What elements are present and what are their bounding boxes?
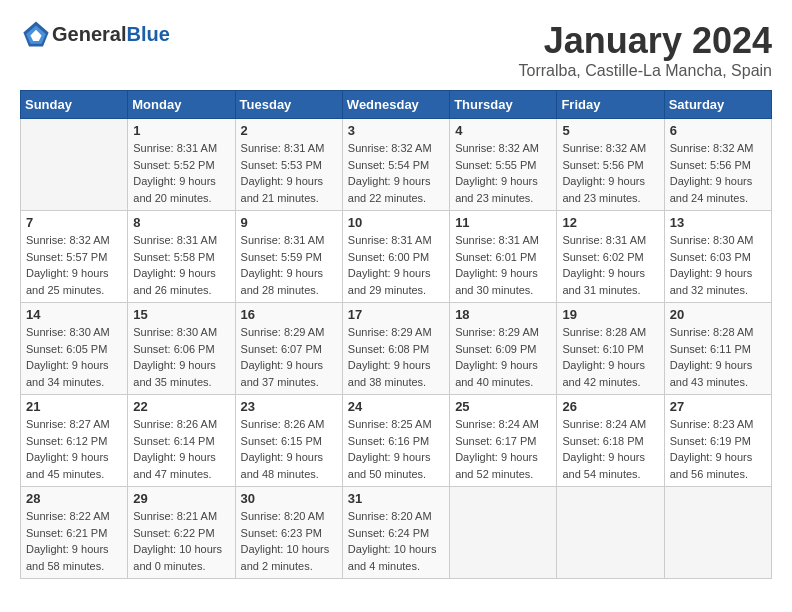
- day-number: 1: [133, 123, 229, 138]
- day-info: Sunrise: 8:31 AM Sunset: 6:01 PM Dayligh…: [455, 232, 551, 298]
- day-info: Sunrise: 8:31 AM Sunset: 5:59 PM Dayligh…: [241, 232, 337, 298]
- weekday-header-cell: Monday: [128, 91, 235, 119]
- calendar-cell: 21Sunrise: 8:27 AM Sunset: 6:12 PM Dayli…: [21, 395, 128, 487]
- calendar-cell: 23Sunrise: 8:26 AM Sunset: 6:15 PM Dayli…: [235, 395, 342, 487]
- day-info: Sunrise: 8:25 AM Sunset: 6:16 PM Dayligh…: [348, 416, 444, 482]
- calendar-cell: [21, 119, 128, 211]
- day-number: 31: [348, 491, 444, 506]
- calendar-cell: 7Sunrise: 8:32 AM Sunset: 5:57 PM Daylig…: [21, 211, 128, 303]
- day-number: 10: [348, 215, 444, 230]
- calendar-cell: [557, 487, 664, 579]
- weekday-header-cell: Sunday: [21, 91, 128, 119]
- logo-text-general: General: [52, 23, 126, 45]
- day-number: 29: [133, 491, 229, 506]
- weekday-header-cell: Friday: [557, 91, 664, 119]
- calendar-table: SundayMondayTuesdayWednesdayThursdayFrid…: [20, 90, 772, 579]
- day-info: Sunrise: 8:27 AM Sunset: 6:12 PM Dayligh…: [26, 416, 122, 482]
- calendar-cell: 1Sunrise: 8:31 AM Sunset: 5:52 PM Daylig…: [128, 119, 235, 211]
- day-number: 4: [455, 123, 551, 138]
- calendar-row: 28Sunrise: 8:22 AM Sunset: 6:21 PM Dayli…: [21, 487, 772, 579]
- calendar-cell: 25Sunrise: 8:24 AM Sunset: 6:17 PM Dayli…: [450, 395, 557, 487]
- weekday-header-cell: Saturday: [664, 91, 771, 119]
- day-number: 28: [26, 491, 122, 506]
- calendar-cell: 28Sunrise: 8:22 AM Sunset: 6:21 PM Dayli…: [21, 487, 128, 579]
- calendar-cell: 10Sunrise: 8:31 AM Sunset: 6:00 PM Dayli…: [342, 211, 449, 303]
- day-info: Sunrise: 8:30 AM Sunset: 6:06 PM Dayligh…: [133, 324, 229, 390]
- logo: GeneralBlue: [20, 20, 170, 48]
- day-number: 6: [670, 123, 766, 138]
- day-number: 27: [670, 399, 766, 414]
- day-info: Sunrise: 8:32 AM Sunset: 5:56 PM Dayligh…: [670, 140, 766, 206]
- day-number: 30: [241, 491, 337, 506]
- day-number: 15: [133, 307, 229, 322]
- day-number: 17: [348, 307, 444, 322]
- calendar-cell: 22Sunrise: 8:26 AM Sunset: 6:14 PM Dayli…: [128, 395, 235, 487]
- day-info: Sunrise: 8:31 AM Sunset: 5:53 PM Dayligh…: [241, 140, 337, 206]
- day-number: 13: [670, 215, 766, 230]
- month-title: January 2024: [519, 20, 772, 62]
- day-info: Sunrise: 8:29 AM Sunset: 6:07 PM Dayligh…: [241, 324, 337, 390]
- day-number: 24: [348, 399, 444, 414]
- day-number: 7: [26, 215, 122, 230]
- calendar-cell: 5Sunrise: 8:32 AM Sunset: 5:56 PM Daylig…: [557, 119, 664, 211]
- day-info: Sunrise: 8:32 AM Sunset: 5:54 PM Dayligh…: [348, 140, 444, 206]
- calendar-row: 7Sunrise: 8:32 AM Sunset: 5:57 PM Daylig…: [21, 211, 772, 303]
- day-info: Sunrise: 8:26 AM Sunset: 6:14 PM Dayligh…: [133, 416, 229, 482]
- calendar-cell: 13Sunrise: 8:30 AM Sunset: 6:03 PM Dayli…: [664, 211, 771, 303]
- day-info: Sunrise: 8:30 AM Sunset: 6:05 PM Dayligh…: [26, 324, 122, 390]
- day-number: 2: [241, 123, 337, 138]
- day-number: 22: [133, 399, 229, 414]
- day-number: 5: [562, 123, 658, 138]
- day-info: Sunrise: 8:20 AM Sunset: 6:23 PM Dayligh…: [241, 508, 337, 574]
- day-number: 20: [670, 307, 766, 322]
- day-info: Sunrise: 8:29 AM Sunset: 6:09 PM Dayligh…: [455, 324, 551, 390]
- page-header: GeneralBlue January 2024 Torralba, Casti…: [20, 20, 772, 80]
- logo-icon: [22, 20, 50, 48]
- calendar-cell: 26Sunrise: 8:24 AM Sunset: 6:18 PM Dayli…: [557, 395, 664, 487]
- location-title: Torralba, Castille-La Mancha, Spain: [519, 62, 772, 80]
- day-info: Sunrise: 8:31 AM Sunset: 6:02 PM Dayligh…: [562, 232, 658, 298]
- day-info: Sunrise: 8:29 AM Sunset: 6:08 PM Dayligh…: [348, 324, 444, 390]
- day-number: 14: [26, 307, 122, 322]
- day-info: Sunrise: 8:28 AM Sunset: 6:11 PM Dayligh…: [670, 324, 766, 390]
- calendar-cell: [664, 487, 771, 579]
- calendar-cell: 19Sunrise: 8:28 AM Sunset: 6:10 PM Dayli…: [557, 303, 664, 395]
- calendar-cell: 20Sunrise: 8:28 AM Sunset: 6:11 PM Dayli…: [664, 303, 771, 395]
- calendar-cell: 15Sunrise: 8:30 AM Sunset: 6:06 PM Dayli…: [128, 303, 235, 395]
- calendar-cell: 9Sunrise: 8:31 AM Sunset: 5:59 PM Daylig…: [235, 211, 342, 303]
- weekday-header-row: SundayMondayTuesdayWednesdayThursdayFrid…: [21, 91, 772, 119]
- day-info: Sunrise: 8:32 AM Sunset: 5:55 PM Dayligh…: [455, 140, 551, 206]
- calendar-cell: 2Sunrise: 8:31 AM Sunset: 5:53 PM Daylig…: [235, 119, 342, 211]
- calendar-body: 1Sunrise: 8:31 AM Sunset: 5:52 PM Daylig…: [21, 119, 772, 579]
- day-info: Sunrise: 8:31 AM Sunset: 6:00 PM Dayligh…: [348, 232, 444, 298]
- calendar-cell: 4Sunrise: 8:32 AM Sunset: 5:55 PM Daylig…: [450, 119, 557, 211]
- calendar-cell: 17Sunrise: 8:29 AM Sunset: 6:08 PM Dayli…: [342, 303, 449, 395]
- calendar-row: 21Sunrise: 8:27 AM Sunset: 6:12 PM Dayli…: [21, 395, 772, 487]
- day-info: Sunrise: 8:24 AM Sunset: 6:18 PM Dayligh…: [562, 416, 658, 482]
- calendar-cell: 27Sunrise: 8:23 AM Sunset: 6:19 PM Dayli…: [664, 395, 771, 487]
- weekday-header-cell: Wednesday: [342, 91, 449, 119]
- weekday-header-cell: Tuesday: [235, 91, 342, 119]
- day-info: Sunrise: 8:21 AM Sunset: 6:22 PM Dayligh…: [133, 508, 229, 574]
- day-info: Sunrise: 8:32 AM Sunset: 5:56 PM Dayligh…: [562, 140, 658, 206]
- calendar-cell: 16Sunrise: 8:29 AM Sunset: 6:07 PM Dayli…: [235, 303, 342, 395]
- day-number: 8: [133, 215, 229, 230]
- day-info: Sunrise: 8:20 AM Sunset: 6:24 PM Dayligh…: [348, 508, 444, 574]
- day-info: Sunrise: 8:24 AM Sunset: 6:17 PM Dayligh…: [455, 416, 551, 482]
- calendar-cell: [450, 487, 557, 579]
- weekday-header-cell: Thursday: [450, 91, 557, 119]
- day-info: Sunrise: 8:31 AM Sunset: 5:52 PM Dayligh…: [133, 140, 229, 206]
- calendar-cell: 31Sunrise: 8:20 AM Sunset: 6:24 PM Dayli…: [342, 487, 449, 579]
- day-number: 16: [241, 307, 337, 322]
- day-info: Sunrise: 8:23 AM Sunset: 6:19 PM Dayligh…: [670, 416, 766, 482]
- calendar-cell: 30Sunrise: 8:20 AM Sunset: 6:23 PM Dayli…: [235, 487, 342, 579]
- day-number: 18: [455, 307, 551, 322]
- day-number: 25: [455, 399, 551, 414]
- day-info: Sunrise: 8:26 AM Sunset: 6:15 PM Dayligh…: [241, 416, 337, 482]
- calendar-cell: 24Sunrise: 8:25 AM Sunset: 6:16 PM Dayli…: [342, 395, 449, 487]
- day-info: Sunrise: 8:30 AM Sunset: 6:03 PM Dayligh…: [670, 232, 766, 298]
- calendar-cell: 11Sunrise: 8:31 AM Sunset: 6:01 PM Dayli…: [450, 211, 557, 303]
- calendar-row: 1Sunrise: 8:31 AM Sunset: 5:52 PM Daylig…: [21, 119, 772, 211]
- day-number: 3: [348, 123, 444, 138]
- title-block: January 2024 Torralba, Castille-La Manch…: [519, 20, 772, 80]
